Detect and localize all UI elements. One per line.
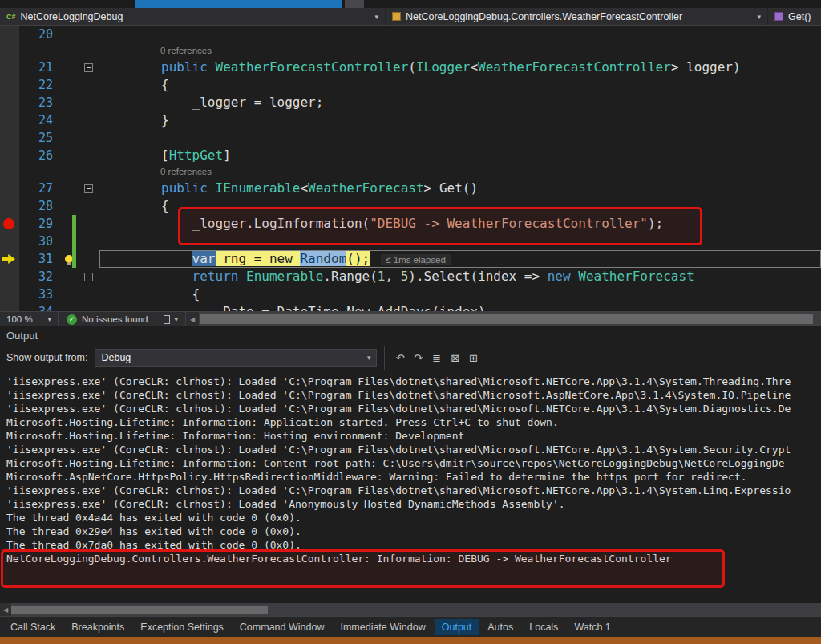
breakpoint-gutter[interactable] (0, 303, 19, 311)
output-line: Microsoft.AspNetCore.HttpsPolicy.HttpsRe… (6, 470, 821, 484)
method-dropdown[interactable]: Get() (768, 8, 821, 25)
panel-tab-breakpoints[interactable]: Breakpoints (64, 619, 131, 635)
no-issues-label: No issues found (82, 314, 148, 324)
code-text[interactable]: public IEnumerable<WeatherForecast> Get(… (99, 180, 821, 197)
output-text-area[interactable]: 'iisexpress.exe' (CoreCLR: clrhost): Loa… (0, 370, 821, 608)
class-dropdown[interactable]: NetCoreLoggingDebug.Controllers.WeatherF… (386, 8, 768, 25)
code-line-21[interactable]: 21 public WeatherForecastController(ILog… (0, 59, 821, 76)
zoom-value: 100 % (6, 314, 33, 324)
code-text[interactable]: { (99, 197, 821, 215)
output-line: 'iisexpress.exe' (CoreCLR: clrhost): Loa… (6, 497, 821, 511)
code-text[interactable]: { (99, 76, 821, 94)
method-dropdown-value: Get() (788, 11, 815, 22)
perf-tip[interactable]: ≤ 1ms elapsed (381, 254, 451, 265)
code-text[interactable]: return Enumerable.Range(1, 5).Select(ind… (99, 268, 821, 286)
line-number: 25 (19, 129, 61, 147)
health-options-button[interactable]: ▾ (156, 315, 185, 324)
breakpoint-gutter[interactable] (0, 268, 19, 286)
code-text[interactable] (99, 129, 821, 147)
panel-tab-watch-1[interactable]: Watch 1 (567, 619, 617, 635)
code-text[interactable]: _logger = logger; (99, 94, 821, 111)
breakpoint-gutter[interactable] (0, 250, 19, 268)
breakpoint-gutter[interactable] (0, 26, 19, 43)
output-source-dropdown[interactable]: Debug ▾ (95, 349, 377, 367)
visual-studio-window: C# NetCoreLoggingDebug ▾ NetCoreLoggingD… (0, 0, 821, 644)
breakpoint-gutter[interactable] (0, 197, 19, 215)
code-editor[interactable]: 200 references21 public WeatherForecastC… (0, 26, 821, 311)
panel-tab-command-window[interactable]: Command Window (233, 619, 332, 635)
line-number: 33 (19, 286, 61, 303)
code-line-32[interactable]: 32 return Enumerable.Range(1, 5).Select(… (0, 268, 821, 286)
code-text[interactable]: { (99, 286, 821, 303)
code-line-34[interactable]: 34 Date = DateTime.Now.AddDays(index), (0, 303, 821, 311)
code-text[interactable] (99, 233, 821, 250)
code-line-33[interactable]: 33 { (0, 286, 821, 303)
debug-status-bar (0, 637, 821, 644)
code-line-26[interactable]: 26 [HttpGet] (0, 147, 821, 164)
code-text[interactable]: [HttpGet] (99, 147, 821, 164)
line-number: 24 (19, 111, 61, 129)
panel-tab-locals[interactable]: Locals (522, 619, 565, 635)
panel-tab-call-stack[interactable]: Call Stack (3, 619, 63, 635)
editor-navigation-bar: C# NetCoreLoggingDebug ▾ NetCoreLoggingD… (0, 8, 821, 26)
code-text[interactable]: var rng = new Random();≤ 1ms elapsed (99, 250, 821, 268)
code-text[interactable]: Date = DateTime.Now.AddDays(index), (99, 303, 821, 311)
project-dropdown[interactable]: C# NetCoreLoggingDebug ▾ (0, 8, 386, 25)
code-line-23[interactable]: 23 _logger = logger; (0, 94, 821, 111)
inactive-document-tab-sliver[interactable] (345, 0, 364, 8)
panel-tab-exception-settings[interactable]: Exception Settings (133, 619, 231, 635)
output-horizontal-scrollbar[interactable]: ◀ (0, 603, 821, 616)
breakpoint-gutter[interactable] (0, 129, 19, 147)
scrollbar-track[interactable] (11, 603, 821, 616)
code-text[interactable] (99, 26, 821, 43)
current-statement-arrow-icon (2, 253, 15, 265)
code-line-22[interactable]: 22 { (0, 76, 821, 94)
breakpoint-gutter[interactable] (0, 76, 19, 94)
code-line-28[interactable]: 28 { (0, 197, 821, 215)
code-line-30[interactable]: 30 (0, 233, 821, 250)
panel-tab-autos[interactable]: Autos (480, 619, 520, 635)
breakpoint-gutter[interactable] (0, 286, 19, 303)
active-document-tab-sliver[interactable] (135, 0, 342, 8)
scroll-left-icon[interactable]: ◀ (186, 316, 199, 323)
zoom-control[interactable]: 100 % ▾ (0, 314, 58, 324)
panel-tab-immediate-window[interactable]: Immediate Window (333, 619, 432, 635)
goto-next-message-icon[interactable]: ↷ (414, 352, 423, 364)
word-wrap-icon[interactable]: ≣ (432, 352, 441, 364)
scrollbar-thumb[interactable] (11, 606, 268, 614)
code-text[interactable]: _logger.LogInformation("DEBUG -> Weather… (99, 215, 821, 233)
class-icon (392, 12, 401, 21)
code-text[interactable]: } (99, 111, 821, 129)
code-line-31[interactable]: 31 var rng = new Random();≤ 1ms elapsed (0, 250, 821, 268)
breakpoint-gutter[interactable] (0, 59, 19, 76)
collapse-region-icon[interactable] (84, 184, 93, 193)
collapse-region-icon[interactable] (84, 63, 93, 72)
code-line-20[interactable]: 20 (0, 26, 821, 43)
code-line-25[interactable]: 25 (0, 129, 821, 147)
breakpoint-gutter[interactable] (0, 215, 19, 233)
breakpoint-icon[interactable] (3, 218, 14, 229)
panel-tab-output[interactable]: Output (435, 619, 479, 635)
show-output-from-label: Show output from: (6, 352, 87, 363)
output-line: 'iisexpress.exe' (CoreCLR: clrhost): Loa… (6, 388, 821, 402)
clear-all-icon[interactable]: ⊠ (451, 352, 459, 364)
code-line-29[interactable]: 29 _logger.LogInformation("DEBUG -> Weat… (0, 215, 821, 233)
toggle-panel-icon[interactable]: ⊞ (469, 352, 478, 364)
breakpoint-gutter[interactable] (0, 111, 19, 129)
breakpoint-gutter[interactable] (0, 147, 19, 164)
code-health-indicator[interactable]: ✓ No issues found (59, 314, 156, 325)
code-line-27[interactable]: 27 public IEnumerable<WeatherForecast> G… (0, 180, 821, 197)
line-number: 30 (19, 233, 61, 250)
collapse-region-icon[interactable] (84, 273, 93, 281)
editor-horizontal-scrollbar[interactable] (199, 312, 821, 326)
codelens-references[interactable]: 0 references (0, 43, 821, 59)
goto-previous-message-icon[interactable]: ↶ (395, 352, 404, 364)
breakpoint-gutter[interactable] (0, 233, 19, 250)
codelens-references[interactable]: 0 references (0, 164, 821, 180)
code-line-24[interactable]: 24 } (0, 111, 821, 129)
breakpoint-gutter[interactable] (0, 180, 19, 197)
breakpoint-gutter[interactable] (0, 94, 19, 111)
code-text[interactable]: public WeatherForecastController(ILogger… (99, 59, 821, 76)
output-line: 'iisexpress.exe' (CoreCLR: clrhost): Loa… (6, 402, 821, 415)
scrollbar-thumb[interactable] (200, 314, 813, 324)
